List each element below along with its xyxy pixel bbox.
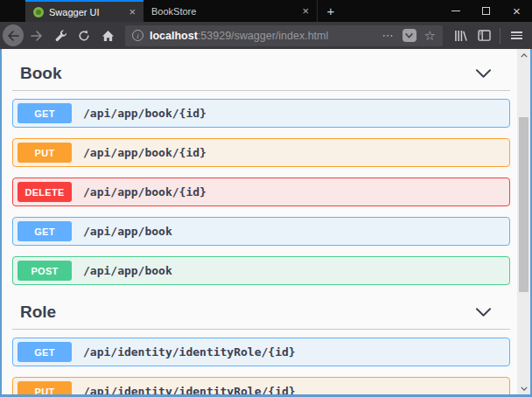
section-header[interactable]: Role [12, 299, 510, 325]
method-badge: GET [18, 103, 72, 123]
endpoint-path: /api/identity/identityRole/{id} [83, 385, 296, 397]
url-bar[interactable]: i localhost:53929/swagger/index.html ⋯ ☆ [125, 25, 443, 46]
close-window-button[interactable]: × [501, 0, 532, 22]
window-controls: × [440, 0, 532, 22]
endpoint-path: /api/app/book [83, 225, 172, 238]
method-badge: DELETE [18, 182, 72, 202]
endpoint-list: GET /api/app/book/{id} PUT /api/app/book… [12, 99, 510, 285]
tab-close-icon[interactable]: × [300, 5, 311, 17]
url-path: :53929/swagger/index.html [198, 30, 328, 42]
tab-swagger-ui[interactable]: Swagger UI × [25, 0, 144, 22]
navigation-toolbar: i localhost:53929/swagger/index.html ⋯ ☆ [0, 22, 532, 49]
method-badge: PUT [18, 381, 72, 397]
endpoint-path: /api/identity/identityRole/{id} [83, 345, 296, 359]
endpoint-path: /api/app/book/{id} [83, 185, 206, 198]
back-button[interactable] [3, 25, 24, 46]
reload-icon [78, 30, 90, 42]
menu-button[interactable] [506, 25, 527, 46]
url-actions: ⋯ ☆ [382, 29, 436, 42]
reload-button[interactable] [74, 25, 94, 46]
forward-button[interactable] [26, 25, 47, 46]
section-title: Book [20, 64, 62, 83]
sidebar-button[interactable] [473, 25, 494, 46]
tab-close-icon[interactable]: × [127, 6, 137, 17]
site-info-icon[interactable]: i [132, 30, 144, 41]
swagger-favicon-icon [33, 7, 44, 17]
forward-arrow-icon [31, 31, 43, 41]
maximize-button[interactable] [471, 0, 501, 22]
page-content: Book GET /api/app/book/{id} PUT /api/app… [0, 49, 532, 397]
endpoint-path: /api/app/book/{id} [83, 107, 206, 120]
chevron-down-icon[interactable] [476, 69, 491, 78]
tab-bookstore[interactable]: BookStore × [144, 0, 318, 22]
method-badge: PUT [18, 143, 72, 163]
toolbar-separator [500, 28, 500, 44]
url-host: localhost [150, 30, 198, 42]
sidebar-icon [478, 30, 491, 41]
section-title: Role [20, 303, 56, 322]
home-button[interactable] [97, 25, 118, 46]
section-divider [12, 329, 510, 330]
scroll-up-arrow[interactable] [517, 49, 530, 61]
minimize-icon [452, 10, 460, 11]
api-section: Role GET /api/identity/identityRole/{id}… [12, 299, 510, 397]
hamburger-icon [511, 31, 522, 39]
section-divider [12, 90, 510, 91]
bookmark-star-icon[interactable]: ☆ [424, 29, 436, 42]
endpoint-row[interactable]: PUT /api/identity/identityRole/{id} [12, 377, 510, 397]
endpoint-row[interactable]: PUT /api/app/book/{id} [12, 138, 510, 167]
vertical-scrollbar[interactable] [517, 49, 530, 394]
home-icon [102, 30, 115, 42]
devtools-button[interactable] [50, 25, 71, 46]
endpoint-row[interactable]: GET /api/app/book/{id} [12, 99, 510, 128]
scrollbar-thumb[interactable] [519, 117, 528, 292]
library-icon [454, 30, 467, 42]
endpoint-list: GET /api/identity/identityRole/{id} PUT … [12, 338, 510, 397]
api-sections: Book GET /api/app/book/{id} PUT /api/app… [12, 60, 510, 397]
maximize-icon [482, 7, 490, 15]
endpoint-row[interactable]: GET /api/app/book [12, 217, 510, 246]
back-arrow-icon [3, 24, 24, 46]
page-actions-icon[interactable]: ⋯ [382, 30, 395, 41]
endpoint-path: /api/app/book/{id} [83, 146, 206, 159]
new-tab-button[interactable]: + [318, 0, 344, 22]
chevron-down-icon[interactable] [476, 308, 491, 317]
api-section: Book GET /api/app/book/{id} PUT /api/app… [12, 60, 510, 285]
library-button[interactable] [450, 25, 471, 46]
method-badge: POST [18, 261, 72, 281]
section-header[interactable]: Book [12, 60, 510, 87]
tab-title: Swagger UI [49, 7, 122, 17]
pocket-icon[interactable] [402, 29, 416, 42]
endpoint-path: /api/app/book [83, 264, 172, 277]
method-badge: GET [18, 342, 72, 362]
scroll-down-arrow[interactable] [517, 382, 530, 394]
tab-title: BookStore [151, 6, 295, 17]
endpoint-row[interactable]: GET /api/identity/identityRole/{id} [12, 338, 510, 366]
url-text: localhost:53929/swagger/index.html [150, 30, 376, 42]
browser-window: Swagger UI × BookStore × + × [0, 0, 532, 397]
endpoint-row[interactable]: POST /api/app/book [12, 256, 510, 285]
wrench-icon [54, 29, 67, 42]
endpoint-row[interactable]: DELETE /api/app/book/{id} [12, 178, 510, 206]
method-badge: GET [18, 221, 72, 241]
tab-bar: Swagger UI × BookStore × + × [0, 0, 532, 22]
close-icon: × [513, 4, 521, 17]
minimize-button[interactable] [440, 0, 471, 22]
